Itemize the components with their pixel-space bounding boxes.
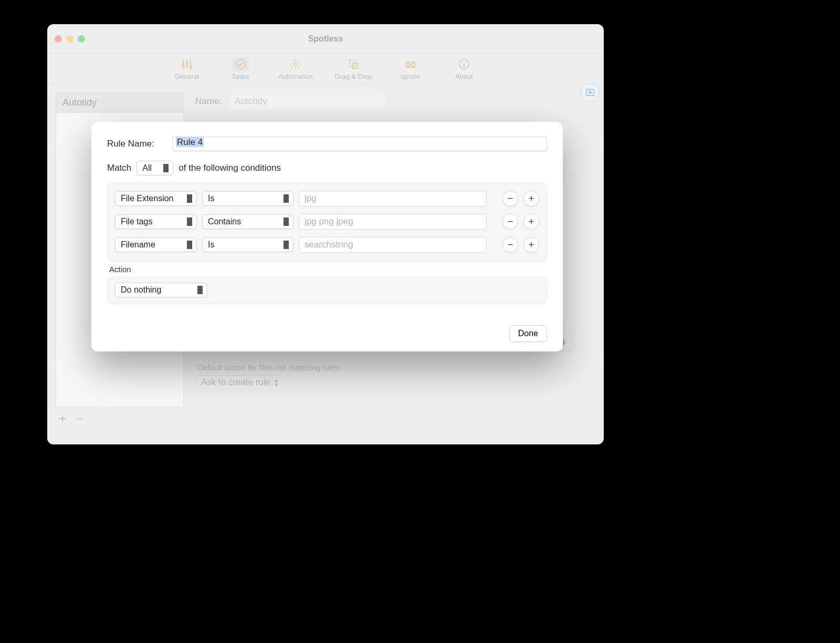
- chevron-up-down-icon: ▲▼: [285, 193, 290, 203]
- add-condition-button[interactable]: +: [523, 214, 539, 230]
- match-mode-select[interactable]: All ▲▼: [136, 161, 173, 175]
- add-condition-button[interactable]: +: [523, 191, 539, 206]
- condition-row: File Extension ▲▼ Is ▲▼ − +: [115, 191, 539, 206]
- chevron-up-down-icon: ▲▼: [188, 240, 193, 249]
- action-label: Action: [109, 265, 547, 274]
- condition-value-input[interactable]: [299, 191, 487, 206]
- condition-value-input[interactable]: [299, 237, 487, 253]
- rule-name-label: Rule Name:: [107, 139, 165, 149]
- remove-condition-button[interactable]: −: [502, 214, 518, 230]
- condition-value-input[interactable]: [299, 214, 487, 230]
- rule-name-input[interactable]: Rule 4: [172, 137, 547, 151]
- done-button[interactable]: Done: [509, 325, 547, 342]
- condition-operator-select[interactable]: Is ▲▼: [202, 191, 293, 206]
- condition-row: File tags ▲▼ Contains ▲▼ − +: [115, 214, 539, 230]
- conditions-block: File Extension ▲▼ Is ▲▼ − + File tags ▲▼: [107, 183, 547, 262]
- match-suffix: of the following conditions: [178, 163, 281, 173]
- chevron-up-down-icon: ▲▼: [285, 240, 290, 249]
- chevron-up-down-icon: ▲▼: [164, 163, 170, 172]
- chevron-up-down-icon: ▲▼: [198, 285, 204, 294]
- condition-operator-select[interactable]: Is ▲▼: [202, 237, 293, 252]
- condition-subject-select[interactable]: Filename ▲▼: [115, 237, 197, 252]
- rule-editor-sheet: Rule Name: Rule 4 Match All ▲▼ of the fo…: [91, 122, 563, 351]
- remove-condition-button[interactable]: −: [502, 191, 518, 206]
- add-condition-button[interactable]: +: [523, 237, 539, 253]
- chevron-up-down-icon: ▲▼: [188, 216, 193, 226]
- action-block: Do nothing ▲▼: [107, 277, 547, 304]
- condition-subject-select[interactable]: File Extension ▲▼: [115, 191, 197, 206]
- condition-row: Filename ▲▼ Is ▲▼ − +: [115, 237, 539, 253]
- remove-condition-button[interactable]: −: [502, 237, 518, 253]
- chevron-up-down-icon: ▲▼: [285, 216, 290, 226]
- condition-operator-select[interactable]: Contains ▲▼: [202, 214, 293, 229]
- condition-subject-select[interactable]: File tags ▲▼: [115, 214, 197, 229]
- match-prefix: Match: [107, 163, 131, 173]
- chevron-up-down-icon: ▲▼: [188, 193, 193, 203]
- action-select[interactable]: Do nothing ▲▼: [115, 283, 207, 297]
